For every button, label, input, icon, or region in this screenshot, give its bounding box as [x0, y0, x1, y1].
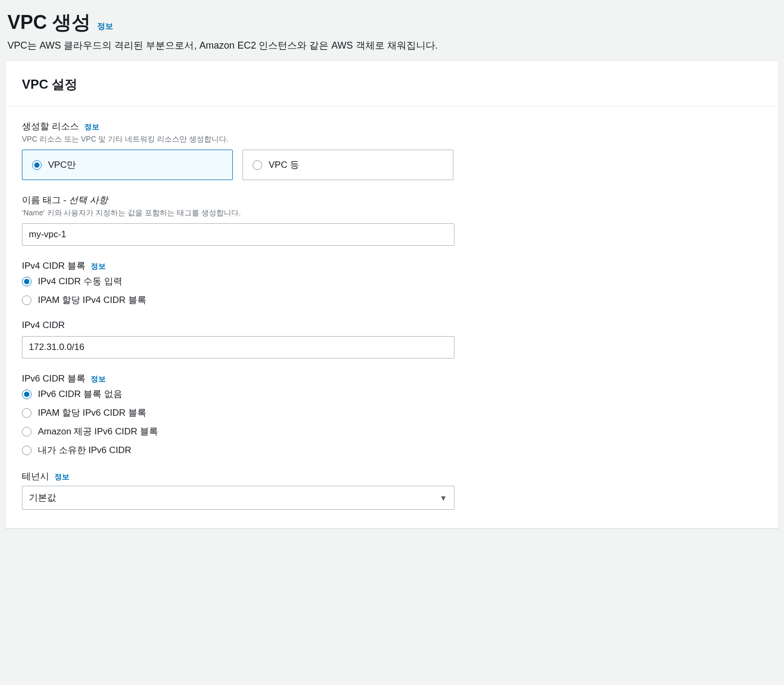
page-info-link[interactable]: 정보: [97, 21, 113, 32]
resources-desc: VPC 리소스 또는 VPC 및 기타 네트워킹 리소스만 생성합니다.: [22, 135, 762, 144]
ipv6-aws-label: Amazon 제공 IPv6 CIDR 블록: [38, 425, 158, 438]
tenancy-select-wrap: 기본값 ▼: [22, 486, 454, 510]
ipv4-cidr-input[interactable]: [22, 336, 454, 359]
tenancy-select[interactable]: 기본값: [22, 486, 454, 510]
radio-icon: [22, 427, 32, 437]
ipv4-ipam-option[interactable]: IPAM 할당 IPv4 CIDR 블록: [22, 294, 762, 306]
ipv6-block-label: IPv6 CIDR 블록: [22, 372, 85, 385]
field-resources: 생성할 리소스 정보 VPC 리소스 또는 VPC 및 기타 네트워킹 리소스만…: [22, 120, 762, 180]
ipv4-cidr-label: IPv4 CIDR: [22, 320, 65, 331]
tenancy-info-link[interactable]: 정보: [54, 472, 69, 482]
ipv6-own-option[interactable]: 내가 소유한 IPv6 CIDR: [22, 444, 762, 456]
ipv4-manual-option[interactable]: IPv4 CIDR 수동 입력: [22, 275, 762, 287]
ipv6-none-label: IPv6 CIDR 블록 없음: [38, 388, 122, 400]
radio-icon: [22, 277, 32, 286]
resources-label: 생성할 리소스: [22, 120, 79, 133]
name-tag-desc: 'Name' 키와 사용자가 지정하는 값을 포함하는 태그를 생성합니다.: [22, 208, 762, 218]
ipv6-none-option[interactable]: IPv6 CIDR 블록 없음: [22, 388, 762, 400]
ipv4-block-radio-list: IPv4 CIDR 수동 입력 IPAM 할당 IPv4 CIDR 블록: [22, 275, 762, 306]
name-tag-input[interactable]: [22, 223, 454, 246]
page-description: VPC는 AWS 클라우드의 격리된 부분으로서, Amazon EC2 인스턴…: [7, 39, 777, 52]
ipv6-block-info-link[interactable]: 정보: [91, 375, 106, 384]
ipv6-ipam-label: IPAM 할당 IPv6 CIDR 블록: [38, 407, 146, 419]
radio-icon: [22, 408, 32, 418]
panel-body: 생성할 리소스 정보 VPC 리소스 또는 VPC 및 기타 네트워킹 리소스만…: [6, 106, 778, 528]
radio-icon: [22, 446, 32, 455]
ipv4-manual-label: IPv4 CIDR 수동 입력: [38, 275, 122, 287]
ipv4-block-label: IPv4 CIDR 블록: [22, 260, 85, 272]
ipv6-aws-option[interactable]: Amazon 제공 IPv6 CIDR 블록: [22, 425, 762, 438]
field-ipv6-block: IPv6 CIDR 블록 정보 IPv6 CIDR 블록 없음 IPAM 할당 …: [22, 372, 762, 456]
field-ipv4-block: IPv4 CIDR 블록 정보 IPv4 CIDR 수동 입력 IPAM 할당 …: [22, 260, 762, 306]
panel-header: VPC 설정: [6, 61, 778, 106]
tile-vpc-etc-label: VPC 등: [269, 159, 299, 171]
radio-icon: [22, 295, 32, 305]
field-ipv4-cidr: IPv4 CIDR: [22, 320, 762, 359]
tile-vpc-only[interactable]: VPC만: [22, 150, 233, 180]
radio-icon: [253, 160, 262, 170]
tenancy-label: 테넌시: [22, 470, 49, 482]
resources-info-link[interactable]: 정보: [84, 122, 99, 132]
ipv6-ipam-option[interactable]: IPAM 할당 IPv6 CIDR 블록: [22, 407, 762, 419]
name-tag-label-optional: 선택 사항: [69, 195, 108, 205]
ipv6-block-radio-list: IPv6 CIDR 블록 없음 IPAM 할당 IPv6 CIDR 블록 Ama…: [22, 388, 762, 456]
radio-icon: [22, 390, 32, 399]
page-header: VPC 생성 정보 VPC는 AWS 클라우드의 격리된 부분으로서, Amaz…: [5, 5, 779, 60]
ipv4-block-info-link[interactable]: 정보: [91, 262, 106, 271]
field-name-tag: 이름 태그 - 선택 사항 'Name' 키와 사용자가 지정하는 값을 포함하…: [22, 194, 762, 246]
ipv4-ipam-label: IPAM 할당 IPv4 CIDR 블록: [38, 294, 146, 306]
panel-title: VPC 설정: [22, 76, 762, 93]
name-tag-label-prefix: 이름 태그 -: [22, 195, 69, 205]
tile-vpc-only-label: VPC만: [48, 159, 76, 171]
resources-tile-group: VPC만 VPC 등: [22, 150, 762, 180]
field-tenancy: 테넌시 정보 기본값 ▼: [22, 470, 762, 510]
settings-panel: VPC 설정 생성할 리소스 정보 VPC 리소스 또는 VPC 및 기타 네트…: [5, 60, 779, 528]
tile-vpc-etc[interactable]: VPC 등: [242, 150, 453, 180]
page-title: VPC 생성: [7, 10, 91, 36]
radio-icon: [32, 160, 42, 170]
name-tag-label: 이름 태그 - 선택 사항: [22, 194, 108, 206]
ipv6-own-label: 내가 소유한 IPv6 CIDR: [38, 444, 131, 456]
